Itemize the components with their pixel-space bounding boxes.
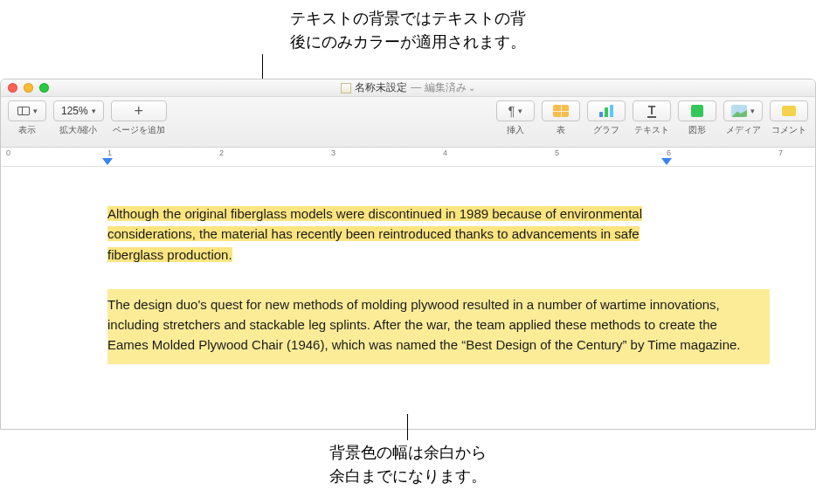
media-group: ▾ メディア — [723, 100, 763, 136]
annotation-top: テキストの背景ではテキストの背 後にのみカラーが適用されます。 — [0, 7, 816, 54]
shape-label: 図形 — [688, 124, 706, 136]
highlighted-text: Although the original fiberglass models … — [107, 206, 642, 262]
annotation-top-line1: テキストの背景ではテキストの背 — [0, 7, 816, 31]
insert-group: ¶ ▾ 挿入 — [496, 100, 535, 136]
ruler-num-7: 7 — [778, 148, 783, 157]
chart-group: グラフ — [587, 100, 626, 136]
paragraph-gap — [1, 265, 815, 289]
titlebar: 名称未設定 — 編集済み ⌄ — [1, 79, 815, 97]
paragraph-bg-block[interactable]: The design duo's quest for new methods o… — [107, 289, 770, 364]
app-window: 名称未設定 — 編集済み ⌄ ▾ 表示 125% ▾ 拡大/縮小 + ページを追… — [0, 79, 816, 430]
media-button[interactable]: ▾ — [723, 100, 763, 121]
chevron-down-icon: ▾ — [92, 107, 96, 115]
media-label: メディア — [726, 124, 761, 136]
toolbar: ▾ 表示 125% ▾ 拡大/縮小 + ページを追加 ¶ ▾ 挿入 — [1, 97, 815, 148]
chart-button[interactable] — [587, 100, 626, 121]
edited-indicator: — 編集済み — [411, 80, 466, 95]
text-group: T テキスト — [633, 100, 671, 136]
view-group: ▾ 表示 — [8, 100, 46, 136]
media-icon — [731, 105, 747, 117]
chevron-down-icon: ▾ — [750, 107, 755, 115]
connector-bottom — [407, 414, 408, 440]
zoom-group: 125% ▾ 拡大/縮小 — [53, 100, 104, 136]
paragraph-text: The design duo's quest for new methods o… — [107, 297, 741, 353]
ruler-num-2: 2 — [219, 148, 224, 157]
annotation-bottom: 背景色の幅は余白から 余白までになります。 — [0, 441, 816, 488]
text-button[interactable]: T — [633, 100, 671, 121]
chevron-down-icon: ▾ — [33, 107, 38, 115]
table-button[interactable] — [542, 100, 580, 121]
ruler-num-1: 1 — [107, 148, 112, 157]
comment-label: コメント — [771, 124, 806, 136]
ruler-num-3: 3 — [331, 148, 335, 157]
close-icon[interactable] — [8, 83, 17, 93]
annotation-bottom-line1: 背景色の幅は余白から — [0, 441, 816, 465]
annotation-top-line2: 後にのみカラーが適用されます。 — [0, 31, 816, 54]
document-icon — [341, 83, 351, 93]
left-margin-marker[interactable] — [102, 158, 113, 165]
chevron-down-icon: ▾ — [518, 107, 522, 115]
annotation-bottom-line2: 余白までになります。 — [0, 465, 816, 488]
add-page-button[interactable]: + — [111, 100, 167, 121]
zoom-label: 拡大/縮小 — [59, 124, 97, 136]
ruler[interactable]: 0 1 2 3 4 5 6 7 — [1, 148, 815, 167]
document-title[interactable]: 名称未設定 — [355, 80, 407, 95]
zoom-button[interactable]: 125% ▾ — [53, 100, 104, 121]
insert-label: 挿入 — [507, 124, 524, 136]
ruler-num-0: 0 — [6, 148, 10, 157]
panel-icon — [17, 107, 30, 115]
insert-button[interactable]: ¶ ▾ — [496, 100, 535, 121]
table-label: 表 — [557, 124, 565, 136]
fullscreen-icon[interactable] — [39, 83, 49, 93]
window-controls[interactable] — [8, 83, 49, 93]
text-icon: T — [647, 104, 657, 118]
comment-button[interactable] — [770, 100, 808, 121]
comment-icon — [782, 106, 796, 116]
minimize-icon[interactable] — [24, 83, 33, 93]
shape-button[interactable] — [678, 100, 716, 121]
ruler-num-4: 4 — [443, 148, 447, 157]
shape-icon — [691, 105, 703, 117]
chevron-down-icon[interactable]: ⌄ — [468, 83, 475, 93]
chart-label: グラフ — [593, 124, 619, 136]
ruler-num-5: 5 — [555, 148, 559, 157]
view-button[interactable]: ▾ — [8, 100, 46, 121]
table-group: 表 — [542, 100, 580, 136]
table-icon — [553, 105, 569, 117]
right-margin-marker[interactable] — [661, 158, 672, 165]
addpage-label: ページを追加 — [113, 124, 165, 136]
text-label: テキスト — [634, 124, 669, 136]
paragraph-text-bg[interactable]: Although the original fiberglass models … — [107, 204, 667, 265]
comment-group: コメント — [770, 100, 808, 136]
shape-group: 図形 — [678, 100, 716, 136]
addpage-group: + ページを追加 — [111, 100, 167, 136]
document-body[interactable]: Although the original fiberglass models … — [1, 167, 815, 429]
ruler-num-6: 6 — [667, 148, 671, 157]
pilcrow-icon: ¶ — [508, 104, 515, 118]
view-label: 表示 — [18, 124, 36, 136]
chart-icon — [599, 105, 613, 117]
zoom-value: 125% — [61, 105, 88, 117]
